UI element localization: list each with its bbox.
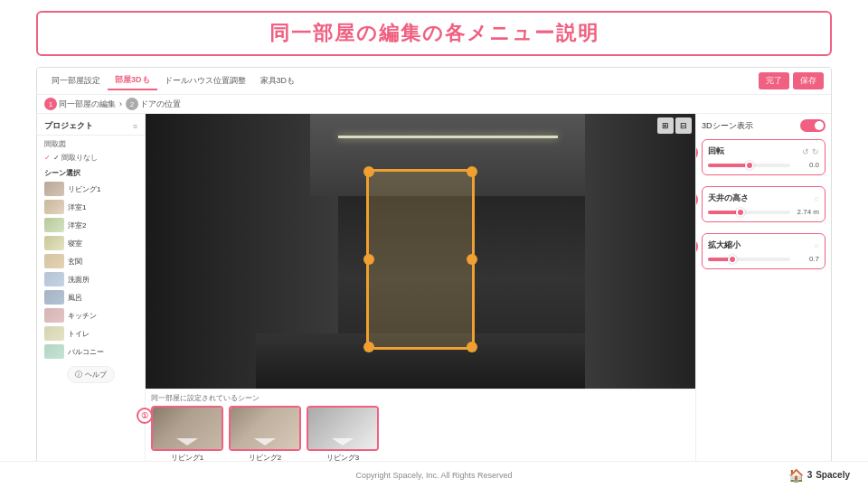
strip-arrow-1 (176, 438, 198, 446)
sidebar-item-kitchen[interactable]: キッチン (37, 306, 145, 324)
rotate-left-icon[interactable]: ↺ (802, 147, 809, 156)
annotation-3: ③ (695, 192, 698, 208)
slider-track-ceiling[interactable] (708, 211, 790, 214)
breadcrumb: 1 同一部屋の編集 › 2 ドアの位置 (37, 95, 831, 114)
control-wrapper-ceiling: ③ 天井の高さ ○ 2.74 m (702, 186, 826, 228)
breadcrumb-item-2: 2 ドアの位置 (126, 98, 181, 110)
strip-item-2[interactable]: リビング2 (229, 406, 301, 463)
sidebar-item-western2[interactable]: 洋室2 (37, 216, 145, 234)
slider-track-scale[interactable] (708, 258, 790, 261)
viewport-toolbar: ⊞ ⊟ (657, 117, 692, 134)
center-area: ⊞ ⊟ 同一部屋に設定されているシーン リビング1 (146, 114, 695, 466)
footer-logo: 🏠 3 Spacely (788, 468, 850, 483)
footer: Copyright Spacely, Inc. All Rights Reser… (0, 461, 868, 488)
door-handle-br[interactable] (467, 342, 477, 352)
door-handle-tl[interactable] (363, 166, 374, 177)
slider-thumb-rotation[interactable] (745, 161, 754, 170)
page-title: 同一部屋の編集の各メニュー説明 (269, 22, 599, 44)
door-handle-tr[interactable] (467, 166, 477, 177)
save-button[interactable]: 保存 (793, 72, 824, 89)
toggle-knob (815, 121, 824, 130)
viewport-btn-1[interactable]: ⊞ (657, 117, 674, 134)
scene-thumb-western2 (44, 218, 64, 232)
sidebar-item-bath[interactable]: 風呂 (37, 288, 145, 306)
help-button[interactable]: ⓘ ヘルプ (67, 366, 115, 383)
nav-tab-dollhouse[interactable]: ドールハウス位置調整 (157, 72, 253, 89)
nav-tab-furniture-3d[interactable]: 家具3Dも (253, 72, 303, 89)
annotation-1: ① (137, 408, 153, 424)
control-ceiling: 天井の高さ ○ 2.74 m (702, 186, 826, 222)
scene-name-toilet: トイレ (68, 329, 90, 339)
slider-thumb-scale[interactable] (728, 255, 737, 264)
slider-value-rotation: 0.0 (794, 161, 819, 169)
scene-name-balcony: バルコニー (68, 347, 104, 357)
scene-name-western2: 洋室2 (68, 221, 86, 230)
control-rotation: 回転 ↺ ↻ 0.0 (702, 139, 826, 175)
sidebar-item-living1[interactable]: リビング1 (37, 180, 145, 198)
door-overlay[interactable] (366, 169, 475, 350)
scene-strip-area: 同一部屋に設定されているシーン リビング1 (146, 389, 695, 466)
door-handle-mr[interactable] (467, 254, 477, 265)
strip-thumb-3 (307, 406, 379, 451)
scene-thumb-bedroom (44, 236, 64, 250)
strip-item-1[interactable]: リビング1 (151, 406, 223, 463)
slider-thumb-ceiling[interactable] (736, 208, 745, 217)
scene-strip: リビング1 リビング2 (151, 406, 690, 463)
strip-thumb-1 (151, 406, 223, 451)
annotation-4: ④ (695, 239, 698, 255)
strip-thumb-2 (229, 406, 301, 451)
sidebar-item-washroom[interactable]: 洗面所 (37, 270, 145, 288)
slider-ceiling: 2.74 m (708, 208, 819, 216)
viewport: ⊞ ⊟ (146, 114, 695, 389)
strip-thumb-inner-2 (231, 408, 299, 449)
viewport-btn-2[interactable]: ⊟ (675, 117, 692, 134)
scene-name-bedroom: 寝室 (68, 239, 82, 249)
sidebar-item-entrance[interactable]: 玄関 (37, 252, 145, 270)
room-light-strip (338, 136, 558, 138)
scene-thumb-toilet (44, 326, 64, 341)
scene-name-western1: 洋室1 (68, 202, 86, 212)
help-icon: ⓘ (75, 370, 82, 380)
finish-button[interactable]: 完了 (759, 72, 789, 89)
door-handle-ml[interactable] (363, 254, 374, 265)
footer-logo-number: 3 (807, 470, 813, 480)
sidebar-item-western1[interactable]: 洋室1 (37, 198, 145, 216)
slider-value-ceiling: 2.74 m (794, 208, 819, 216)
room-view: ⊞ ⊟ (146, 114, 695, 389)
breadcrumb-item-1: 1 同一部屋の編集 (44, 98, 116, 110)
rotate-right-icon[interactable]: ↻ (812, 147, 819, 156)
main-content: プロジェクト ≡ 間取図 ✓ ✓ 間取りなし シーン選択 リビング1 洋室1 洋… (37, 114, 831, 466)
door-handle-bl[interactable] (363, 342, 374, 352)
scene-thumb-bath (44, 290, 64, 305)
breadcrumb-circle-2: 2 (126, 98, 138, 110)
slider-track-rotation[interactable] (708, 164, 790, 167)
breadcrumb-label-1: 同一部屋の編集 (59, 99, 116, 110)
ceiling-info-icon[interactable]: ○ (815, 194, 819, 203)
right-panel: 3Dシーン表示 ② 回転 ↺ ↻ (695, 114, 831, 466)
scene-name-washroom: 洗面所 (68, 275, 90, 285)
check-icon: ✓ (44, 154, 51, 162)
sidebar-collapse-icon[interactable]: ≡ (133, 122, 137, 131)
slider-value-scale: 0.7 (794, 255, 819, 263)
scene-thumb-entrance (44, 254, 64, 268)
sidebar-item-bedroom[interactable]: 寝室 (37, 234, 145, 252)
control-ceiling-label: 天井の高さ (708, 192, 749, 204)
room-wall-right (585, 114, 695, 389)
nav-tab-room-settings[interactable]: 同一部屋設定 (44, 72, 108, 89)
nav-tab-room-3d[interactable]: 部屋3Dも (108, 71, 157, 90)
scene-thumb-washroom (44, 272, 64, 286)
sidebar-no-floorplan[interactable]: ✓ ✓ 間取りなし (37, 151, 145, 164)
sidebar-header: プロジェクト ≡ (37, 117, 145, 136)
sidebar-item-toilet[interactable]: トイレ (37, 324, 145, 343)
strip-arrow-3 (332, 438, 354, 446)
control-rotation-header: 回転 ↺ ↻ (708, 145, 819, 157)
scene-strip-label: 同一部屋に設定されているシーン (151, 393, 690, 403)
strip-item-3[interactable]: リビング3 (307, 406, 379, 463)
toggle-3d-switch[interactable] (800, 119, 826, 132)
spacely-logo-icon: 🏠 (788, 468, 804, 483)
footer-logo-text: Spacely (816, 470, 850, 480)
sidebar-item-balcony[interactable]: バルコニー (37, 343, 145, 361)
scene-name-bath: 風呂 (68, 293, 82, 303)
title-box: 同一部屋の編集の各メニュー説明 (36, 11, 832, 56)
scale-info-icon[interactable]: ○ (815, 241, 819, 250)
